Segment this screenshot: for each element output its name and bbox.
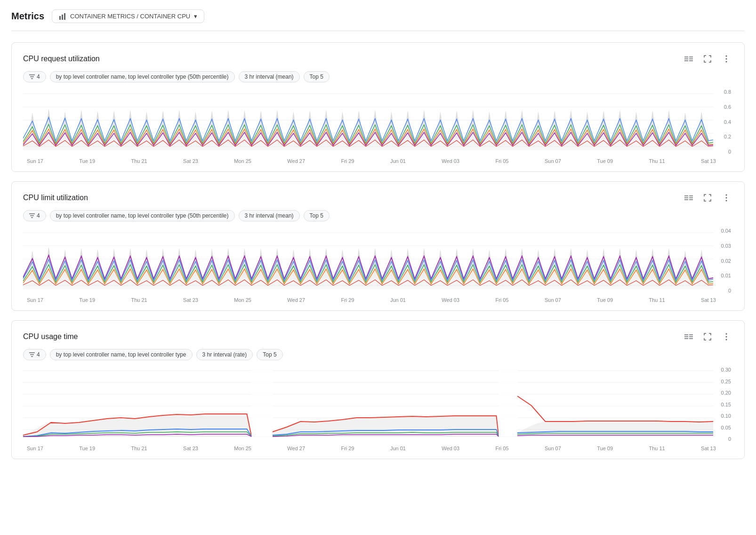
svg-point-11: [726, 61, 727, 63]
top-pill-3[interactable]: Top 5: [257, 349, 282, 360]
bar-chart-icon: [59, 13, 66, 20]
legend-toggle-1[interactable]: [682, 52, 695, 65]
top-pill-1[interactable]: Top 5: [304, 71, 330, 82]
legend-icon: [684, 56, 693, 62]
expand-icon: [704, 55, 711, 63]
chart-filters-3: 4 by top level controller name, top leve…: [23, 349, 733, 360]
chart-card-cpu-limit: CPU limit utilization: [11, 181, 745, 311]
svg-rect-0: [59, 16, 61, 20]
more-icon: [725, 55, 727, 63]
breadcrumb-arrow: ▾: [194, 13, 197, 20]
expand-btn-1[interactable]: [701, 52, 714, 65]
svg-point-43: [726, 333, 727, 335]
x-axis-2: Sun 17 Tue 19 Thu 21 Sat 23 Mon 25 Wed 2…: [23, 295, 733, 303]
chart-card-cpu-usage: CPU usage time: [11, 320, 745, 459]
legend-icon-2: [684, 195, 693, 201]
chart-filters-1: 4 by top level controller name, top leve…: [23, 71, 733, 82]
svg-rect-56: [251, 367, 273, 437]
chart-header-3: CPU usage time: [23, 330, 733, 343]
svg-point-26: [726, 195, 727, 196]
more-btn-1[interactable]: [720, 52, 733, 65]
interval-pill-3[interactable]: 3 hr interval (rate): [196, 349, 253, 360]
header: Metrics CONTAINER METRICS / CONTAINER CP…: [11, 9, 745, 31]
svg-point-28: [726, 200, 727, 202]
filter-icon-2: [29, 213, 35, 218]
more-icon-2: [725, 194, 727, 202]
more-btn-3[interactable]: [720, 330, 733, 343]
chart-card-cpu-request: CPU request utilization: [11, 42, 745, 172]
chart-actions-1: [682, 52, 733, 65]
filter-desc-pill-2[interactable]: by top level controller name, top level …: [50, 210, 235, 221]
legend-toggle-2[interactable]: [682, 191, 695, 204]
more-icon-3: [725, 333, 727, 340]
chart-header-1: CPU request utilization: [23, 52, 733, 65]
x-axis-3: Sun 17 Tue 19 Thu 21 Sat 23 Mon 25 Wed 2…: [23, 444, 733, 451]
chart-title-2: CPU limit utilization: [23, 194, 88, 202]
page: Metrics CONTAINER METRICS / CONTAINER CP…: [0, 0, 756, 535]
svg-point-27: [726, 197, 727, 199]
interval-pill-1[interactable]: 3 hr interval (mean): [239, 71, 300, 82]
chart-svg-3: [23, 367, 713, 442]
top-pill-2[interactable]: Top 5: [304, 210, 330, 221]
filter-icon: [29, 74, 35, 79]
expand-icon-2: [704, 194, 711, 202]
interval-pill-2[interactable]: 3 hr interval (mean): [239, 210, 300, 221]
chart-actions-3: [682, 330, 733, 343]
expand-btn-3[interactable]: [701, 330, 714, 343]
x-axis-1: Sun 17 Tue 19 Thu 21 Sat 23 Mon 25 Wed 2…: [23, 156, 733, 164]
svg-point-45: [726, 339, 727, 340]
svg-rect-1: [62, 15, 63, 20]
legend-toggle-3[interactable]: [682, 330, 695, 343]
breadcrumb-selector[interactable]: CONTAINER METRICS / CONTAINER CPU ▾: [52, 9, 204, 23]
expand-icon-3: [704, 333, 711, 340]
filter-desc-pill-1[interactable]: by top level controller name, top level …: [50, 71, 235, 82]
chart-header-2: CPU limit utilization: [23, 191, 733, 204]
filter-count-pill-3[interactable]: 4: [23, 349, 46, 360]
svg-point-44: [726, 336, 727, 338]
chart-svg-2: [23, 228, 713, 294]
chart-title-1: CPU request utilization: [23, 55, 100, 63]
chart-title-3: CPU usage time: [23, 332, 78, 341]
more-btn-2[interactable]: [720, 191, 733, 204]
filter-desc-pill-3[interactable]: by top level controller name, top level …: [50, 349, 193, 360]
filter-count-pill-1[interactable]: 4: [23, 71, 46, 82]
legend-icon-3: [684, 333, 693, 340]
svg-rect-57: [499, 367, 517, 437]
expand-btn-2[interactable]: [701, 191, 714, 204]
breadcrumb-text: CONTAINER METRICS / CONTAINER CPU: [70, 13, 190, 20]
svg-point-10: [726, 58, 727, 60]
page-title: Metrics: [11, 11, 44, 22]
chart-filters-2: 4 by top level controller name, top leve…: [23, 210, 733, 221]
svg-rect-2: [64, 13, 65, 20]
filter-icon-3: [29, 352, 35, 357]
filter-count-pill-2[interactable]: 4: [23, 210, 46, 221]
svg-point-9: [726, 56, 727, 57]
chart-actions-2: [682, 191, 733, 204]
chart-svg-1: [23, 89, 713, 155]
